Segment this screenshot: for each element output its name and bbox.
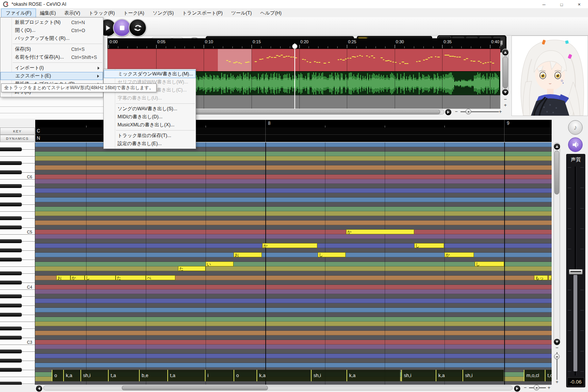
black-key[interactable] (0, 147, 22, 151)
menubar-item[interactable]: 編集(E) (36, 9, 60, 18)
note[interactable]: べ (146, 275, 175, 280)
note[interactable]: と (549, 275, 552, 280)
menubar-item[interactable]: ツール(T) (227, 9, 256, 18)
export-submenu-item[interactable]: MIDIの書き出し(D)... (104, 113, 196, 121)
voice-quality-fader-handle[interactable] (569, 269, 583, 274)
phoneme-cell[interactable]: k,a (63, 370, 80, 381)
note[interactable]: た (116, 275, 146, 280)
pr-hzoom-in-icon[interactable]: + (546, 385, 552, 390)
pr-scroll-down-icon[interactable] (554, 339, 560, 345)
export-submenu-item[interactable]: トラック単位の保存(T)... (104, 132, 196, 140)
vzoom-out-icon[interactable]: − (502, 97, 508, 102)
export-submenu-item[interactable]: ソングのWAV書き出し(S)... (104, 105, 196, 113)
black-key[interactable] (0, 281, 22, 284)
playhead-handle[interactable] (292, 44, 297, 49)
phoneme-cell[interactable]: sh,i (401, 370, 436, 381)
menubar-item[interactable]: 表示(V) (60, 9, 85, 18)
menubar-item[interactable]: ソング(S) (149, 9, 178, 18)
timeline-ruler[interactable]: 0:000:050:100:150:200:250:300:350:40 (108, 38, 500, 49)
phoneme-cell[interactable]: sh,i (80, 370, 108, 381)
note[interactable]: し (414, 243, 444, 248)
pr-hscrollbar-thumb[interactable] (122, 385, 268, 390)
black-key[interactable] (0, 294, 22, 298)
hzoom-slider-knob[interactable] (466, 109, 471, 114)
note[interactable]: か (262, 243, 317, 248)
black-key[interactable] (0, 258, 22, 261)
phoneme-cell[interactable]: sh,i (462, 370, 504, 381)
phoneme-cell[interactable]: k,a (346, 370, 400, 381)
pr-hzoom-slider-knob[interactable] (534, 385, 539, 390)
black-key[interactable] (0, 225, 22, 229)
file-menu-item[interactable]: 新規プロジェクト(N)Ctrl+N (0, 18, 103, 26)
pr-scroll-left-icon[interactable] (36, 385, 42, 392)
pr-scroll-up-icon[interactable] (554, 144, 560, 150)
menubar-item[interactable]: トランスポート(P) (178, 9, 227, 18)
file-menu-item[interactable]: 保存(S)Ctrl+S (0, 45, 103, 53)
maximize-button-icon[interactable]: □ (553, 0, 570, 9)
pr-scroll-right-icon[interactable] (514, 385, 520, 392)
export-submenu-item[interactable]: ミックスダウンWAV書き出し(M)... (104, 70, 196, 78)
song-track-clip[interactable] (108, 49, 500, 71)
file-menu-item[interactable]: 開く(O)...Ctrl+O (0, 26, 103, 34)
export-submenu-item[interactable]: 字幕の書き出し(U)... (104, 94, 196, 102)
pr-vscrollbar-thumb[interactable] (554, 150, 559, 194)
scroll-up-icon[interactable] (502, 49, 508, 56)
menubar-item[interactable]: ファイル(F) (2, 9, 36, 18)
file-menu-item[interactable]: エクスポート(E) (0, 72, 103, 80)
black-key[interactable] (0, 368, 22, 372)
note[interactable]: か (444, 252, 474, 257)
black-key[interactable] (0, 304, 22, 307)
black-key[interactable] (0, 193, 22, 197)
hzoom-in-icon[interactable]: + (497, 109, 503, 114)
loop-button[interactable] (129, 19, 147, 37)
phoneme-cell[interactable]: o (52, 370, 63, 381)
stop-button[interactable] (113, 19, 131, 37)
monitor-speaker-button[interactable] (568, 137, 583, 152)
black-key[interactable] (0, 203, 22, 206)
phoneme-cell[interactable]: o (234, 370, 256, 381)
scroll-down-icon[interactable] (502, 89, 508, 95)
key-row-button[interactable]: KEY (0, 127, 35, 135)
note[interactable]: お (234, 252, 262, 257)
note[interactable]: お (56, 275, 70, 280)
piano-roll-grid[interactable]: おかしたべたいおかしかしかしもっとok,ash,it,ab,et,aiok,as… (35, 142, 552, 385)
menubar-item[interactable]: トーク(A) (119, 9, 149, 18)
note[interactable]: た (178, 266, 206, 271)
pr-vzoom-out-icon[interactable]: − (554, 345, 560, 351)
black-key[interactable] (0, 350, 22, 353)
note[interactable]: い (206, 261, 234, 266)
pr-vzoom-slider-knob[interactable] (554, 354, 560, 359)
note[interactable]: し (318, 252, 346, 257)
black-key[interactable] (0, 336, 22, 340)
black-key[interactable] (0, 327, 22, 330)
pr-hzoom-out-icon[interactable]: − (522, 385, 528, 390)
menubar-item[interactable]: ヘルプ(H) (256, 9, 286, 18)
file-menu-item[interactable]: 名前を付けて保存(A)...Ctrl+Shift+S (0, 53, 103, 61)
vzoom-in-icon[interactable]: + (502, 103, 508, 108)
phoneme-cell[interactable]: t,a (167, 370, 205, 381)
black-key[interactable] (0, 216, 22, 220)
black-key[interactable] (0, 184, 22, 188)
black-key[interactable] (0, 248, 22, 252)
scroll-right-icon[interactable] (445, 109, 451, 115)
pr-vzoom-in-icon[interactable]: + (554, 379, 560, 385)
dynamics-row-button[interactable]: DYNAMICS (0, 135, 35, 142)
minimize-button-icon[interactable]: ─ (535, 0, 553, 9)
black-key[interactable] (0, 239, 22, 243)
close-button-icon[interactable]: × (570, 0, 588, 9)
phoneme-cell[interactable]: t,o (545, 370, 552, 381)
song-mode-button[interactable]: ♪ (568, 120, 583, 135)
phoneme-cell[interactable]: m,o,cl (524, 370, 545, 381)
black-key[interactable] (0, 271, 22, 275)
black-key[interactable] (0, 382, 22, 385)
note[interactable]: もっ (534, 275, 548, 280)
black-key[interactable] (0, 161, 22, 165)
phoneme-cell[interactable]: k,a (256, 370, 311, 381)
hzoom-out-icon[interactable]: − (453, 109, 459, 114)
file-menu-item[interactable]: インポート(I) (0, 64, 103, 72)
phoneme-cell[interactable]: sh,i (311, 370, 346, 381)
pr-hscrollbar-track[interactable] (43, 385, 513, 390)
note[interactable]: か (346, 229, 414, 234)
phoneme-cell[interactable]: k,a (436, 370, 462, 381)
piano-keyboard[interactable]: C6C5C4C3 (0, 142, 35, 385)
